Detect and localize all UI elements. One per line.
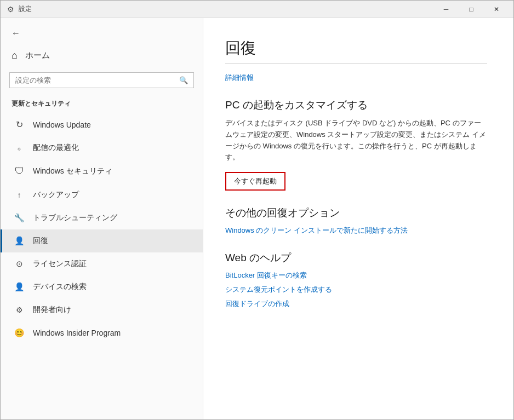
- license-icon: ⊙: [13, 259, 25, 269]
- web-help-section: Web のヘルプ BitLocker 回復キーの検索 システム復元ポイントを作成…: [225, 251, 487, 309]
- search-input[interactable]: [15, 76, 179, 84]
- sidebar: ← ⌂ ホーム 🔍 更新とセキュリティ ↻ Windows Update ⬦ 配…: [1, 18, 203, 419]
- security-icon: 🛡: [13, 166, 25, 177]
- customize-desc: デバイスまたはディスク (USB ドライブや DVD など) からの起動、PC …: [225, 118, 487, 163]
- section-heading: 更新とセキュリティ: [1, 96, 203, 113]
- sidebar-label-delivery: 配信の最適化: [33, 143, 79, 153]
- sidebar-item-backup[interactable]: ↑ バックアップ: [1, 183, 203, 206]
- maximize-button[interactable]: □: [459, 1, 484, 18]
- bitlocker-link[interactable]: BitLocker 回復キーの検索: [225, 271, 487, 280]
- other-options-section: その他の回復オプション Windows のクリーン インストールで新たに開始する…: [225, 206, 487, 235]
- backup-icon: ↑: [13, 191, 25, 199]
- restore-point-link[interactable]: システム復元ポイントを作成する: [225, 285, 487, 295]
- sidebar-label-troubleshoot: トラブルシューティング: [33, 213, 117, 223]
- page-title: 回復: [225, 38, 487, 59]
- clean-install-link[interactable]: Windows のクリーン インストールで新たに開始する方法: [225, 226, 487, 235]
- home-label: ホーム: [25, 50, 50, 61]
- recovery-icon: 👤: [13, 236, 25, 246]
- find-device-icon: 👤: [13, 282, 25, 292]
- customize-title: PC の起動をカスタマイズする: [225, 98, 487, 112]
- back-button[interactable]: ←: [5, 22, 27, 44]
- search-box: 🔍: [9, 72, 194, 88]
- sidebar-label-insider: Windows Insider Program: [33, 329, 121, 337]
- close-button[interactable]: ✕: [484, 1, 509, 18]
- sidebar-item-windows-security[interactable]: 🛡 Windows セキュリティ: [1, 159, 203, 183]
- settings-window: ⚙ 設定 ─ □ ✕ ← ⌂ ホーム 🔍 更新とセキュリティ ↻: [0, 0, 514, 420]
- windows-update-icon: ↻: [13, 119, 25, 130]
- sidebar-item-delivery-optimization[interactable]: ⬦ 配信の最適化: [1, 136, 203, 159]
- title-bar-left: ⚙ 設定: [7, 4, 32, 14]
- sidebar-label-backup: バックアップ: [33, 190, 79, 200]
- title-bar: ⚙ 設定 ─ □ ✕: [1, 1, 513, 18]
- search-icon: 🔍: [179, 76, 188, 84]
- main-content: 回復 詳細情報 PC の起動をカスタマイズする デバイスまたはディスク (USB…: [203, 18, 513, 419]
- settings-icon: ⚙: [7, 5, 14, 14]
- insider-icon: 😊: [13, 328, 25, 338]
- title-divider: [225, 63, 487, 64]
- sidebar-item-windows-update[interactable]: ↻ Windows Update: [1, 113, 203, 136]
- restart-now-button[interactable]: 今すぐ再起動: [225, 172, 285, 191]
- title-bar-controls: ─ □ ✕: [433, 1, 509, 18]
- troubleshoot-icon: 🔧: [13, 213, 25, 223]
- sidebar-item-recovery[interactable]: 👤 回復: [1, 229, 203, 252]
- sidebar-item-troubleshoot[interactable]: 🔧 トラブルシューティング: [1, 206, 203, 229]
- sidebar-label-windows-update: Windows Update: [33, 120, 91, 129]
- home-icon: ⌂: [12, 50, 18, 61]
- sidebar-home[interactable]: ⌂ ホーム: [1, 44, 203, 67]
- developer-icon: ⚙: [13, 306, 25, 314]
- content-area: ← ⌂ ホーム 🔍 更新とセキュリティ ↻ Windows Update ⬦ 配…: [1, 18, 513, 419]
- detail-link[interactable]: 詳細情報: [225, 73, 254, 82]
- title-bar-title: 設定: [19, 4, 32, 14]
- recovery-drive-link[interactable]: 回復ドライブの作成: [225, 299, 487, 309]
- delivery-icon: ⬦: [13, 144, 25, 152]
- other-options-title: その他の回復オプション: [225, 206, 487, 220]
- sidebar-label-find-device: デバイスの検索: [33, 282, 87, 292]
- minimize-button[interactable]: ─: [433, 1, 459, 18]
- sidebar-item-windows-insider[interactable]: 😊 Windows Insider Program: [1, 321, 203, 344]
- sidebar-label-recovery: 回復: [33, 236, 48, 246]
- sidebar-label-security: Windows セキュリティ: [33, 166, 112, 176]
- sidebar-label-license: ライセンス認証: [33, 259, 87, 269]
- sidebar-item-license[interactable]: ⊙ ライセンス認証: [1, 252, 203, 275]
- sidebar-item-developer[interactable]: ⚙ 開発者向け: [1, 298, 203, 321]
- sidebar-item-find-device[interactable]: 👤 デバイスの検索: [1, 275, 203, 298]
- sidebar-label-developer: 開発者向け: [33, 305, 71, 315]
- customize-section: PC の起動をカスタマイズする デバイスまたはディスク (USB ドライブや D…: [225, 98, 487, 191]
- web-help-title: Web のヘルプ: [225, 251, 487, 265]
